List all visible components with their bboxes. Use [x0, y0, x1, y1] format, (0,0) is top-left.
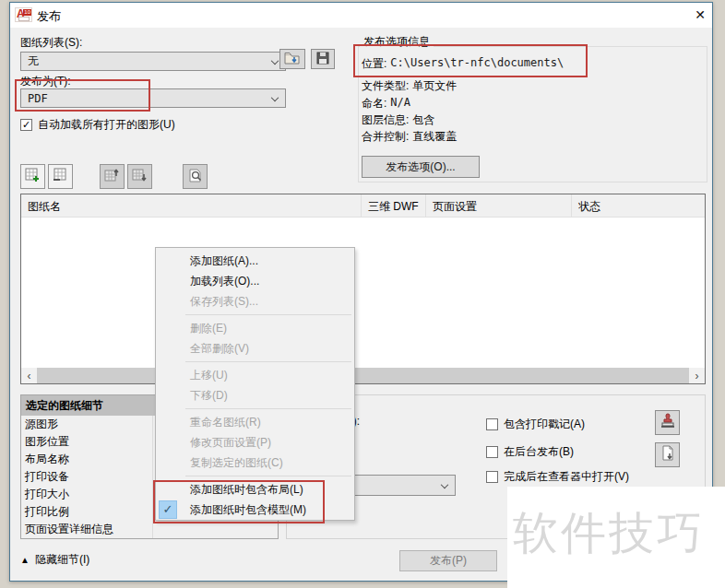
checked-checkbox-icon[interactable]: ✓ [20, 119, 32, 131]
watermark-panel: 软件技巧 [507, 487, 725, 588]
add-sheets-button[interactable] [20, 164, 45, 189]
save-sheet-list-button[interactable] [311, 49, 335, 69]
unchecked-checkbox-icon[interactable] [486, 418, 498, 430]
preview-magnifier-icon [187, 168, 203, 186]
title-bar[interactable] [10, 3, 712, 28]
menu-item-move-up: 上移(U) [156, 365, 354, 385]
info-file-type: 文件类型: 单页文件 [362, 78, 457, 94]
move-down-icon [132, 168, 148, 186]
menu-item-rename-sheet: 重命名图纸(R) [156, 412, 354, 432]
column-header-status[interactable]: 状态 [571, 194, 705, 217]
move-up-icon [104, 168, 120, 186]
sheet-list-label: 图纸列表(S): [20, 35, 82, 51]
horizontal-scrollbar[interactable]: ‹ › [21, 368, 705, 383]
move-sheet-down-button[interactable] [127, 164, 152, 189]
chevron-down-icon [271, 56, 279, 64]
info-merge: 合并控制: 直线覆盖 [362, 129, 457, 145]
sheet-list-dropdown[interactable]: 无 [20, 52, 286, 71]
publish-button[interactable]: 发布(P) [399, 550, 497, 571]
save-floppy-icon [316, 52, 329, 67]
menu-item-move-down: 下移(D) [156, 385, 354, 406]
screen: A 10 发布 ✕ 图纸列表(S): 无 发布为(T): PDF [0, 0, 725, 588]
menu-separator [185, 314, 351, 315]
scroll-left-icon[interactable]: ‹ [21, 368, 37, 383]
menu-item-remove: 删除(E) [156, 318, 354, 338]
table-header-row: 图纸名 三维 DWF 页面设置 状态 [21, 194, 705, 218]
stamp-icon [660, 413, 676, 432]
menu-item-change-page-setup: 修改页面设置(P) [156, 432, 354, 453]
preview-button[interactable] [183, 164, 208, 189]
autocad-app-icon: A 10 [15, 7, 32, 22]
add-sheet-icon [25, 168, 41, 186]
plot-stamp-settings-button[interactable] [655, 410, 680, 435]
menu-separator [185, 476, 351, 476]
menu-item-save-list: 保存列表(S)... [156, 291, 354, 312]
publish-options-button[interactable]: 发布选项(O)... [362, 156, 480, 178]
column-header-3d-dwf[interactable]: 三维 DWF [361, 194, 425, 217]
background-publish-checkbox-row[interactable]: 在后台发布(B) [486, 444, 574, 460]
menu-separator [185, 408, 351, 409]
close-icon[interactable]: ✕ [688, 3, 712, 27]
folder-arrow-icon [284, 52, 301, 67]
column-header-sheet-name[interactable]: 图纸名 [21, 194, 361, 217]
menu-item-remove-all: 全部删除(V) [156, 338, 354, 359]
scroll-right-icon[interactable]: › [689, 368, 705, 383]
open-in-viewer-checkbox-row[interactable]: 完成后在查看器中打开(V) [486, 469, 629, 485]
page-down-arrow-icon [660, 445, 676, 465]
red-annotation-box-location [353, 44, 588, 77]
menu-item-add-sheets[interactable]: 添加图纸(A)... [156, 251, 354, 271]
load-sheet-list-button[interactable] [279, 49, 305, 69]
triangle-up-icon: ▲ [20, 555, 30, 565]
watermark-text: 软件技巧 [513, 503, 705, 564]
window-title: 发布 [37, 8, 61, 25]
remove-sheets-button[interactable] [48, 164, 73, 189]
info-naming: 命名: N/A [362, 96, 410, 112]
menu-item-load-list[interactable]: 加载列表(O)... [156, 271, 354, 291]
plot-stamp-checkbox-row[interactable]: 包含打印戳记(A) [486, 417, 585, 432]
chevron-down-icon [441, 480, 448, 488]
background-publish-settings-button[interactable] [655, 442, 680, 467]
chevron-down-icon [271, 93, 279, 100]
remove-sheet-icon [53, 168, 68, 186]
hide-details-toggle[interactable]: ▲ 隐藏细节(I) [20, 552, 89, 568]
auto-load-label: 自动加载所有打开的图形(U) [38, 117, 175, 133]
unchecked-checkbox-icon[interactable] [486, 471, 498, 483]
column-header-page-setup[interactable]: 页面设置 [425, 194, 571, 217]
unchecked-checkbox-icon[interactable] [486, 446, 498, 458]
sheet-list-table: 图纸名 三维 DWF 页面设置 状态 [20, 194, 706, 384]
red-annotation-box-pdf [15, 79, 150, 112]
red-annotation-box-menu [153, 480, 325, 523]
info-layer: 图层信息: 包含 [362, 112, 434, 128]
menu-separator [185, 361, 351, 362]
scrollbar-thumb[interactable] [37, 368, 689, 383]
auto-load-checkbox-row[interactable]: ✓ 自动加载所有打开的图形(U) [20, 117, 175, 133]
move-sheet-up-button[interactable] [100, 164, 125, 189]
menu-item-copy-selected-sheets: 复制选定的图纸(C) [156, 453, 354, 473]
